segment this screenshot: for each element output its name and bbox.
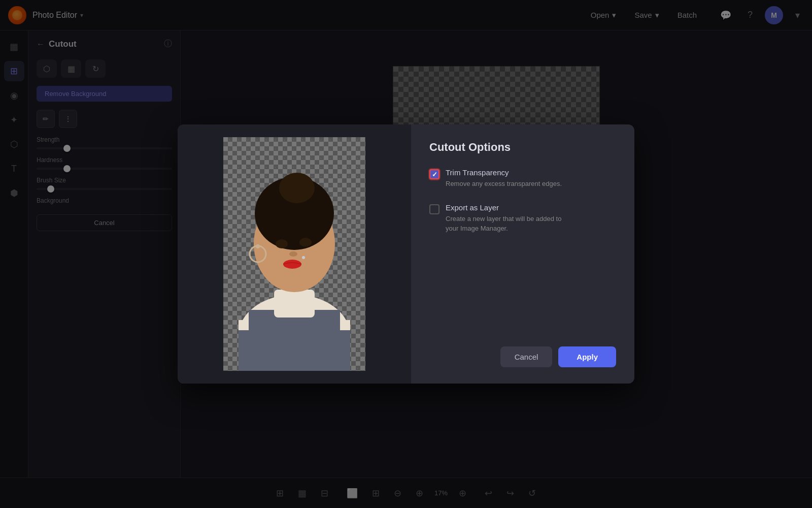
svg-point-10 — [276, 239, 288, 248]
modal-footer: Cancel Apply — [429, 346, 616, 367]
trim-transparency-text: Trim Transparency Remove any excess tran… — [446, 168, 616, 189]
checkbox-check-icon: ✓ — [432, 171, 437, 178]
person-image — [223, 137, 365, 371]
trim-transparency-desc: Remove any excess transparent edges. — [446, 179, 616, 189]
export-layer-label: Export as Layer — [446, 203, 616, 212]
svg-point-16 — [256, 244, 260, 248]
export-layer-desc: Create a new layer that will be added to… — [446, 214, 616, 234]
trim-transparency-label: Trim Transparency — [446, 168, 616, 177]
svg-point-11 — [299, 238, 312, 247]
modal-image-section — [178, 124, 411, 384]
svg-point-12 — [289, 251, 297, 257]
svg-point-15 — [302, 256, 305, 259]
modal-image-frame — [223, 137, 365, 371]
svg-point-9 — [279, 173, 315, 203]
modal-title: Cutout Options — [429, 141, 616, 154]
trim-transparency-checkbox[interactable]: ✓ — [429, 169, 439, 179]
svg-point-13 — [283, 260, 301, 269]
export-layer-checkbox[interactable] — [429, 204, 439, 214]
cutout-options-modal: Cutout Options ✓ Trim Transparency Remov… — [178, 124, 634, 384]
modal-cancel-button[interactable]: Cancel — [500, 346, 553, 367]
trim-transparency-option: ✓ Trim Transparency Remove any excess tr… — [429, 168, 616, 189]
modal-overlay: Cutout Options ✓ Trim Transparency Remov… — [0, 0, 812, 508]
export-as-layer-option: Export as Layer Create a new layer that … — [429, 203, 616, 234]
svg-rect-3 — [239, 330, 350, 371]
modal-spacer — [429, 240, 616, 347]
export-layer-text: Export as Layer Create a new layer that … — [446, 203, 616, 234]
modal-options-section: Cutout Options ✓ Trim Transparency Remov… — [411, 124, 634, 384]
modal-apply-button[interactable]: Apply — [558, 346, 616, 367]
svg-rect-5 — [274, 290, 315, 318]
